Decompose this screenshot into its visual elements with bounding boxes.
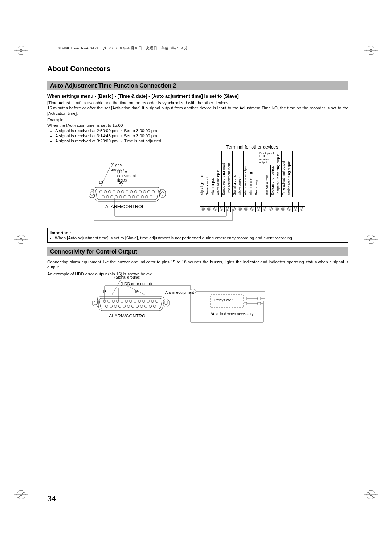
section1-para1: [Time Adjust Input] is available and the… — [47, 100, 348, 105]
section-bar-1: Auto Adjustment Time Function Connection… — [47, 81, 348, 90]
crop-mark-bottom-left — [10, 486, 32, 508]
section1-bullet: A signal is received at 2:50:00 pm → Set… — [55, 129, 348, 133]
page-number: 34 — [47, 494, 56, 503]
svg-rect-134 — [244, 302, 247, 305]
important-box-1: Important: When [Auto adjustment time] i… — [47, 228, 348, 243]
d2-wiring-lines — [91, 275, 309, 326]
section1-bullet: A signal is received at 3:14:45 pm → Set… — [55, 134, 348, 138]
crop-mark-bottom-right — [360, 486, 382, 508]
crop-mark-mid-right — [360, 231, 382, 252]
page-title: About Connectors — [47, 65, 110, 73]
header-meta-text: ND400_Basic.book 34 ページ ２００８年４月８日 火曜日 午後… — [54, 46, 191, 51]
important-label: Important: — [50, 231, 71, 235]
section1-bullet: A signal is received at 3:20:00 pm → Tim… — [55, 139, 348, 143]
section1-example-when: When the [Activation time] is set to 15:… — [47, 123, 348, 128]
d2-relays: Relays etc.* — [214, 298, 233, 302]
section1-subhead: When settings menu - [Basic] - [Time & d… — [47, 93, 348, 99]
crop-mark-top-left — [10, 42, 32, 64]
section1-para2: 15 minutes before or after the set [Acti… — [47, 105, 348, 116]
section1-bullet-list: A signal is received at 2:50:00 pm → Set… — [47, 129, 348, 143]
section-bar-2: Connectivity for Control Output — [47, 247, 348, 256]
important-item: When [Auto adjustment time] is set to [S… — [55, 236, 345, 240]
svg-rect-135 — [258, 297, 261, 300]
section2-para1: Connecting alarm equipment like the buzz… — [47, 259, 348, 270]
d1-wiring-lines — [47, 145, 348, 228]
svg-rect-136 — [258, 302, 261, 305]
section1-example-label: Example: — [47, 117, 348, 122]
crop-mark-mid-left — [10, 231, 32, 252]
crop-mark-top-right — [360, 42, 382, 64]
svg-rect-133 — [244, 297, 247, 300]
d2-attached-note: *Attached when necessary. — [211, 312, 254, 316]
